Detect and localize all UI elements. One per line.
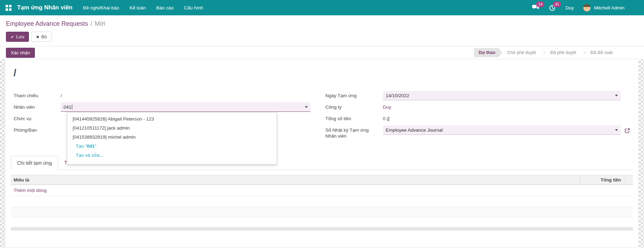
breadcrumb-separator: /: [88, 20, 95, 27]
discard-button[interactable]: ✖Bỏ: [31, 32, 52, 42]
employee-autocomplete-dropdown: [041445925826] Abigail Peterson - 123 [0…: [67, 112, 277, 164]
breadcrumb-parent-link[interactable]: Employee Advance Requests: [6, 20, 88, 27]
empty-row: [11, 207, 633, 217]
empty-row: [11, 196, 633, 207]
form-sheet: / Tham chiếu / Nhân viên 041: [5, 59, 639, 248]
field-label-company: Công ty: [323, 102, 381, 110]
add-line-link[interactable]: Thêm một dòng: [11, 185, 633, 196]
field-label-job: Chức vụ: [11, 114, 58, 123]
dropdown-caret-icon[interactable]: [615, 129, 618, 131]
currency-symbol: đ: [387, 116, 390, 121]
statusbar: Dự thảo Chờ phê duyệt Đã phê duyệt Đã đố…: [474, 48, 614, 57]
table-header-row: Miêu tả Tổng tiền: [11, 175, 633, 185]
dropdown-caret-icon[interactable]: [615, 95, 618, 96]
check-icon: ✔: [11, 35, 14, 39]
user-menu[interactable]: Mitchell Admin: [583, 4, 624, 12]
field-label-advance-date: Ngày Tạm ứng: [323, 91, 381, 99]
close-icon: ✖: [36, 35, 39, 39]
menu-accounting[interactable]: Kế toán: [129, 5, 146, 10]
page-right-edge: [639, 59, 644, 248]
status-step-reconciled[interactable]: Đã đối soát: [589, 48, 614, 57]
tab-advance-details[interactable]: Chi tiết tạm ứng: [11, 156, 58, 170]
journal-input[interactable]: Employee Advance Journal: [383, 125, 621, 135]
menu-reports[interactable]: Báo cáo: [156, 5, 174, 10]
field-label-department: Phòng/Ban: [11, 125, 58, 135]
confirm-button[interactable]: Xác nhận: [6, 48, 35, 58]
field-value-reference: /: [58, 91, 310, 100]
field-value-total-amount: 0 đ: [381, 114, 621, 123]
column-header-description[interactable]: Miêu tả: [11, 175, 580, 185]
messages-badge: 14: [536, 1, 545, 7]
status-step-waiting-approval[interactable]: Chờ phê duyệt: [506, 48, 538, 57]
app-title[interactable]: Tạm ứng Nhân viên: [17, 4, 73, 11]
autocomplete-create-option[interactable]: Tạo "041": [67, 142, 277, 151]
page-left-edge: [0, 59, 5, 248]
menu-requests[interactable]: Đề nghị/Khai báo: [83, 5, 119, 10]
table-footer-bar: [11, 227, 633, 231]
chevron-right-icon: [581, 51, 586, 55]
external-link-icon[interactable]: [624, 127, 630, 137]
autocomplete-option[interactable]: [041210511172] jack admin: [67, 124, 277, 133]
avatar: [583, 4, 591, 12]
status-step-draft[interactable]: Dự thảo: [474, 48, 502, 57]
field-label-employee: Nhân viên: [11, 102, 58, 112]
advance-date-input[interactable]: 14/10/2022: [383, 91, 621, 100]
main-menus: Đề nghị/Khai báo Kế toán Báo cáo Cấu hìn…: [83, 5, 203, 10]
autocomplete-option[interactable]: [041538932819] michel admin: [67, 133, 277, 142]
breadcrumb-current: Mới: [95, 20, 105, 27]
save-button[interactable]: ✔Lưu: [6, 32, 29, 42]
breadcrumb: Employee Advance Requests/Mới: [0, 15, 644, 30]
user-name: Mitchell Admin: [594, 5, 624, 10]
messages-button[interactable]: 14: [532, 5, 540, 11]
menu-configuration[interactable]: Cấu hình: [184, 5, 203, 10]
chevron-right-icon: [541, 51, 546, 55]
employee-input[interactable]: 041: [61, 102, 310, 112]
text-cursor: [72, 104, 72, 109]
advance-lines-table: Miêu tả Tổng tiền Thêm một dòng: [11, 175, 633, 231]
column-header-end: [625, 175, 633, 185]
activities-button[interactable]: 41: [549, 5, 556, 11]
status-step-approved[interactable]: Đã phê duyệt: [549, 48, 577, 57]
record-title: /: [14, 68, 633, 78]
apps-menu-icon[interactable]: [6, 5, 12, 11]
autocomplete-create-edit-option[interactable]: Tạo và sửa...: [67, 151, 277, 160]
activities-badge: 41: [553, 1, 561, 7]
field-label-reference: Tham chiếu: [11, 91, 58, 100]
company-switcher[interactable]: Duy: [566, 5, 574, 10]
column-header-total[interactable]: Tổng tiền: [580, 175, 625, 185]
dropdown-caret-icon[interactable]: [305, 106, 308, 108]
field-label-journal: Sổ Nhật ký Tạm ứng Nhân viên: [323, 125, 381, 139]
top-navbar: Tạm ứng Nhân viên Đề nghị/Khai báo Kế to…: [0, 0, 644, 15]
field-label-total-amount: Tổng số tiền: [323, 114, 381, 122]
company-link[interactable]: Duy: [383, 104, 391, 110]
autocomplete-option[interactable]: [041445925826] Abigail Peterson - 123: [67, 115, 277, 124]
